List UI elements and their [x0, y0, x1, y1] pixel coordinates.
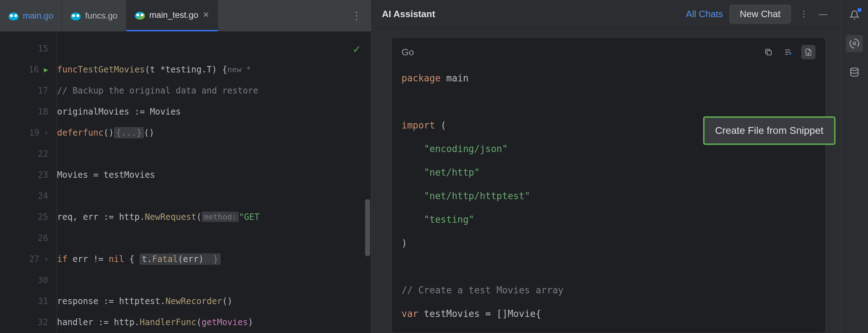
line-number: 18 — [0, 101, 57, 122]
inspection-ok-icon[interactable]: ✓ — [353, 42, 360, 56]
insert-at-caret-icon[interactable] — [781, 45, 796, 59]
editor-tabs: main.go funcs.go main_test.go ✕ ⋮ — [0, 0, 371, 31]
line-number: 30 — [0, 269, 57, 291]
line-number: 19› — [0, 122, 57, 143]
tab-label: funcs.go — [85, 11, 117, 21]
line-number: 17 — [0, 80, 57, 101]
fold-icon[interactable]: › — [44, 129, 48, 136]
ai-assistant-tool-icon[interactable] — [846, 35, 863, 52]
database-tool-icon[interactable] — [848, 66, 861, 79]
code-area[interactable]: ✓ func TestGetMovies(t *testing.T) { new… — [57, 31, 371, 333]
svg-point-1 — [853, 42, 856, 45]
line-number: 24 — [0, 185, 57, 206]
line-number: 31 — [0, 291, 57, 312]
fold-icon[interactable]: › — [44, 255, 48, 263]
svg-rect-0 — [767, 51, 771, 55]
all-chats-link[interactable]: All Chats — [686, 9, 723, 20]
notifications-icon[interactable] — [848, 9, 861, 21]
line-number: 32 — [0, 312, 57, 333]
line-number: 16▶ — [0, 59, 57, 80]
go-test-file-icon — [135, 12, 145, 18]
line-number: 27› — [0, 248, 57, 269]
line-number: 26 — [0, 227, 57, 248]
line-number: 22 — [0, 143, 57, 164]
editor-pane: main.go funcs.go main_test.go ✕ ⋮ 15 16▶… — [0, 0, 371, 333]
tab-main-test-go[interactable]: main_test.go ✕ — [126, 0, 218, 31]
ai-assistant-pane: AI Assistant All Chats New Chat ⋮ — Go C… — [371, 0, 840, 333]
more-menu-icon[interactable]: ⋮ — [797, 7, 810, 21]
new-chat-button[interactable]: New Chat — [730, 5, 791, 24]
tab-main-go[interactable]: main.go — [0, 0, 62, 31]
snippet-code[interactable]: package main import ( "encoding/json" "n… — [392, 66, 826, 333]
svg-point-2 — [851, 68, 858, 70]
editor-body: 15 16▶ 17 18 19› 22 23 24 25 26 27› 30 3… — [0, 31, 371, 333]
close-tab-icon[interactable]: ✕ — [203, 10, 209, 20]
go-file-icon — [71, 12, 81, 19]
create-file-from-snippet-icon[interactable] — [801, 45, 816, 59]
tab-overflow-menu[interactable]: ⋮ — [347, 10, 367, 21]
editor-scrollbar[interactable] — [365, 199, 370, 256]
line-number: 23 — [0, 164, 57, 185]
ai-title: AI Assistant — [382, 9, 680, 20]
minimize-icon[interactable]: — — [817, 7, 829, 21]
snippet-language: Go — [402, 47, 756, 58]
code-snippet: Go Create File from Snippet package main… — [391, 37, 826, 333]
tab-funcs-go[interactable]: funcs.go — [62, 0, 126, 31]
go-file-icon — [9, 12, 19, 19]
right-tool-rail — [840, 0, 868, 333]
tab-label: main.go — [23, 11, 53, 21]
line-number: 25 — [0, 206, 57, 227]
line-number: 15 — [0, 38, 57, 59]
ai-header: AI Assistant All Chats New Chat ⋮ — — [371, 0, 840, 28]
snippet-header: Go — [392, 38, 826, 66]
gutter: 15 16▶ 17 18 19› 22 23 24 25 26 27› 30 3… — [0, 31, 57, 333]
copy-icon[interactable] — [761, 45, 776, 59]
notification-dot — [857, 8, 862, 12]
run-test-icon[interactable]: ▶ — [44, 65, 48, 74]
create-file-tooltip: Create File from Snippet — [703, 116, 836, 145]
tab-label: main_test.go — [149, 10, 198, 20]
